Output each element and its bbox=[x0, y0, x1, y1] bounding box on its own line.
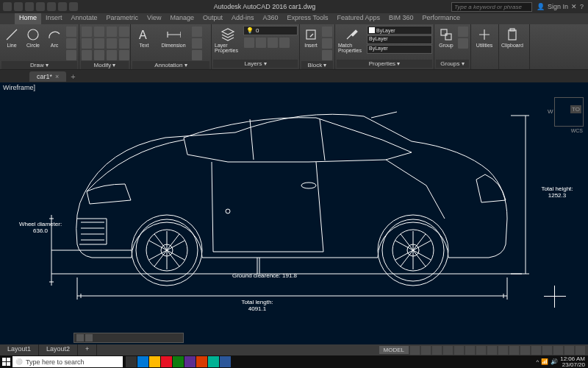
scale-icon[interactable] bbox=[94, 50, 104, 60]
layer-freeze-icon[interactable] bbox=[256, 38, 266, 48]
app8-icon[interactable] bbox=[208, 356, 219, 367]
model-button[interactable]: MODEL bbox=[379, 346, 409, 354]
tab-a360[interactable]: A360 bbox=[259, 13, 283, 24]
panel-modify-title[interactable]: Modify ▾ bbox=[81, 61, 129, 69]
array-icon[interactable] bbox=[107, 50, 117, 60]
table-icon[interactable] bbox=[192, 38, 202, 49]
attr-icon[interactable] bbox=[322, 50, 332, 60]
viewport-label[interactable]: Wireframe] bbox=[3, 84, 35, 91]
trim-icon[interactable] bbox=[107, 26, 117, 37]
layer-properties-button[interactable]: Layer Properties bbox=[213, 26, 243, 54]
start-button[interactable] bbox=[0, 355, 12, 368]
otrack-icon[interactable] bbox=[465, 346, 475, 355]
panel-properties-title[interactable]: Properties ▾ bbox=[337, 60, 432, 68]
close-icon[interactable]: × bbox=[55, 73, 59, 80]
wifi-icon[interactable]: 📶 bbox=[541, 358, 548, 365]
polar-icon[interactable] bbox=[443, 346, 453, 355]
signin-link[interactable]: Sign In bbox=[548, 3, 568, 10]
rotate-icon[interactable] bbox=[94, 26, 104, 37]
command-line[interactable] bbox=[74, 333, 184, 343]
layout-tab-2[interactable]: Layout2 bbox=[39, 344, 78, 355]
arc-button[interactable]: Arc bbox=[44, 26, 65, 49]
tab-manage[interactable]: Manage bbox=[165, 13, 198, 24]
tab-featured[interactable]: Featured Apps bbox=[332, 13, 384, 24]
volume-icon[interactable]: 🔊 bbox=[551, 358, 558, 365]
stretch-icon[interactable] bbox=[82, 50, 92, 60]
panel-groups-title[interactable]: Groups ▾ bbox=[436, 60, 469, 68]
copy-icon[interactable] bbox=[82, 38, 92, 49]
lineweight-combo[interactable]: ByLayer bbox=[367, 35, 432, 44]
hardware-icon[interactable] bbox=[553, 346, 563, 355]
transparency-icon[interactable] bbox=[487, 346, 497, 355]
tab-view[interactable]: View bbox=[143, 13, 165, 24]
clipboard-button[interactable]: Clipboard bbox=[501, 26, 524, 49]
autocad-icon[interactable] bbox=[161, 356, 172, 367]
annomon-icon[interactable] bbox=[531, 346, 541, 355]
tab-addins[interactable]: Add-ins bbox=[227, 13, 259, 24]
fillet-icon[interactable] bbox=[107, 38, 117, 49]
tab-parametric[interactable]: Parametric bbox=[102, 13, 143, 24]
drawing-tab[interactable]: car1*× bbox=[29, 71, 66, 82]
tray-up-icon[interactable]: ^ bbox=[536, 358, 539, 365]
offset-icon[interactable] bbox=[119, 50, 129, 60]
tab-annotate[interactable]: Annotate bbox=[67, 13, 102, 24]
annoscale-icon[interactable] bbox=[509, 346, 519, 355]
layer-off-icon[interactable] bbox=[244, 38, 254, 48]
leader-icon[interactable] bbox=[192, 26, 202, 37]
isolate-icon[interactable] bbox=[542, 346, 552, 355]
tab-bim360[interactable]: BIM 360 bbox=[384, 13, 418, 24]
mirror-icon[interactable] bbox=[94, 38, 104, 49]
clock[interactable]: 12:06 AM23/07/20 bbox=[560, 356, 585, 368]
circle-button[interactable]: Circle bbox=[23, 26, 43, 49]
clean-icon[interactable] bbox=[564, 346, 574, 355]
app7-icon[interactable] bbox=[196, 356, 207, 367]
help-search-input[interactable] bbox=[451, 2, 532, 12]
rectangle-icon[interactable] bbox=[66, 38, 76, 49]
qat-open-icon[interactable] bbox=[25, 2, 34, 11]
match-properties-button[interactable]: Match Properties bbox=[337, 26, 366, 54]
tab-output[interactable]: Output bbox=[198, 13, 227, 24]
new-tab-button[interactable]: + bbox=[71, 72, 75, 81]
grid-icon[interactable] bbox=[410, 346, 420, 355]
lweight-icon[interactable] bbox=[476, 346, 486, 355]
workspace-icon[interactable] bbox=[520, 346, 530, 355]
layout-add[interactable]: + bbox=[78, 344, 97, 355]
app6-icon[interactable] bbox=[184, 356, 196, 367]
app5-icon[interactable] bbox=[173, 356, 184, 367]
taskview-icon[interactable] bbox=[126, 356, 137, 367]
line-button[interactable]: Line bbox=[1, 26, 22, 49]
word-icon[interactable] bbox=[220, 356, 231, 367]
utilities-button[interactable]: Utilities bbox=[473, 26, 496, 49]
snap-icon[interactable] bbox=[421, 346, 431, 355]
tab-home[interactable]: Home bbox=[15, 13, 41, 24]
explorer-icon[interactable] bbox=[149, 356, 160, 367]
panel-draw-title[interactable]: Draw ▾ bbox=[1, 61, 77, 69]
ungroup-icon[interactable] bbox=[458, 26, 468, 37]
ortho-icon[interactable] bbox=[432, 346, 442, 355]
panel-annotation-title[interactable]: Annotation ▾ bbox=[132, 61, 209, 69]
group-button[interactable]: Group bbox=[436, 26, 456, 49]
view-cube[interactable]: W TO WCS bbox=[554, 97, 584, 127]
qat-print-icon[interactable] bbox=[69, 2, 78, 11]
osnap-icon[interactable] bbox=[454, 346, 464, 355]
tab-express[interactable]: Express Tools bbox=[283, 13, 333, 24]
qat-redo-icon[interactable] bbox=[58, 2, 67, 11]
edit-block-icon[interactable] bbox=[322, 38, 332, 49]
panel-block-title[interactable]: Block ▾ bbox=[301, 61, 333, 69]
layout-tab-1[interactable]: Layout1 bbox=[0, 344, 39, 355]
custom-icon[interactable] bbox=[576, 346, 585, 355]
hatch-icon[interactable] bbox=[66, 50, 76, 60]
exchange-icon[interactable]: ✕ bbox=[571, 3, 577, 10]
text-button[interactable]: AText bbox=[132, 26, 156, 49]
move-icon[interactable] bbox=[82, 26, 92, 37]
create-block-icon[interactable] bbox=[322, 26, 332, 37]
layer-combo[interactable]: 💡 0 bbox=[243, 26, 298, 35]
tab-insert[interactable]: Insert bbox=[41, 13, 67, 24]
explode-icon[interactable] bbox=[119, 38, 129, 49]
qat-new-icon[interactable] bbox=[14, 2, 23, 11]
cmd-recent-icon[interactable] bbox=[85, 334, 93, 342]
group-edit-icon[interactable] bbox=[458, 38, 468, 49]
linetype-combo[interactable]: ByLayer bbox=[367, 45, 432, 54]
help-icon[interactable]: ? bbox=[580, 3, 584, 10]
qat-save-icon[interactable] bbox=[36, 2, 45, 11]
